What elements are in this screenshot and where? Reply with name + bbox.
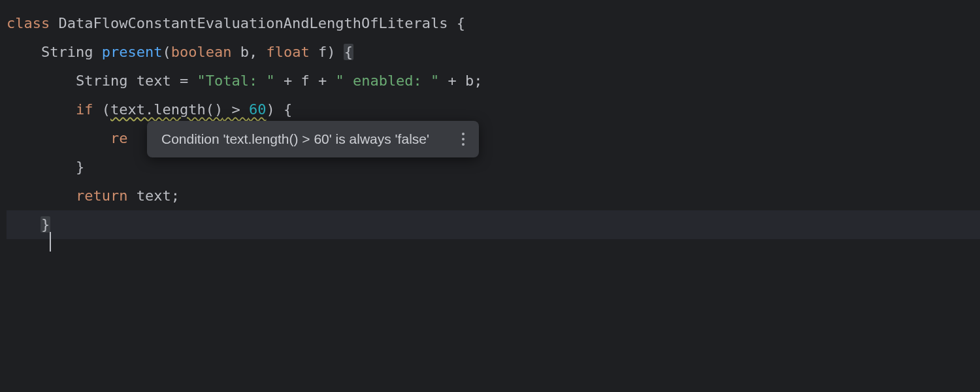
keyword-if: if [76,101,93,118]
brace-open: { [284,101,292,118]
string-literal: " enabled: " [335,73,439,89]
plus: + [284,73,292,89]
keyword-return-partial: re [110,130,128,146]
param-type: boolean [171,44,232,60]
string-literal: "Total: " [197,73,274,89]
param-name: f [318,44,327,60]
plus: + [448,73,457,89]
code-line[interactable]: return text; [7,182,980,210]
code-line[interactable]: String text = "Total: " + f + " enabled:… [7,67,980,95]
condition-op: > [223,101,249,118]
paren-open: ( [102,101,110,118]
var-type: String [76,73,127,89]
brace-close: } [41,216,50,233]
brace-open: { [457,15,465,31]
brace-open: { [344,44,353,60]
paren-close: ) [327,44,335,60]
brace-close: } [76,159,84,175]
var-ref: text [137,188,171,204]
comma: , [249,44,257,60]
param-type: float [266,44,309,60]
code-line[interactable]: class DataFlowConstantEvaluationAndLengt… [7,9,980,38]
paren-close: ) [266,101,274,118]
var-name: text [137,73,171,89]
return-type: String [41,44,93,60]
assign: = [180,73,188,89]
method-name: present [102,44,163,60]
paren-open: ( [162,44,171,60]
param-name: b [240,44,249,60]
code-line[interactable]: String present(boolean b, float f) { [7,38,980,67]
var-ref: b [465,73,474,89]
condition-right: 60 [249,101,267,118]
tooltip-message: Condition 'text.length() > 60' is always… [161,130,457,148]
var-ref: f [301,73,309,89]
code-line-current[interactable]: } [7,210,980,239]
class-name: DataFlowConstantEvaluationAndLengthOfLit… [58,15,448,31]
plus: + [318,73,327,89]
code-editor[interactable]: class DataFlowConstantEvaluationAndLengt… [0,0,980,239]
condition-left: text.length() [110,101,223,118]
semicolon: ; [474,73,482,89]
inspection-tooltip: Condition 'text.length() > 60' is always… [147,121,479,157]
more-actions-icon[interactable] [457,130,470,148]
code-line[interactable]: if (text.length() > 60) { [7,95,980,124]
keyword-class: class [7,15,50,31]
keyword-return: return [76,188,127,204]
semicolon: ; [171,188,180,204]
